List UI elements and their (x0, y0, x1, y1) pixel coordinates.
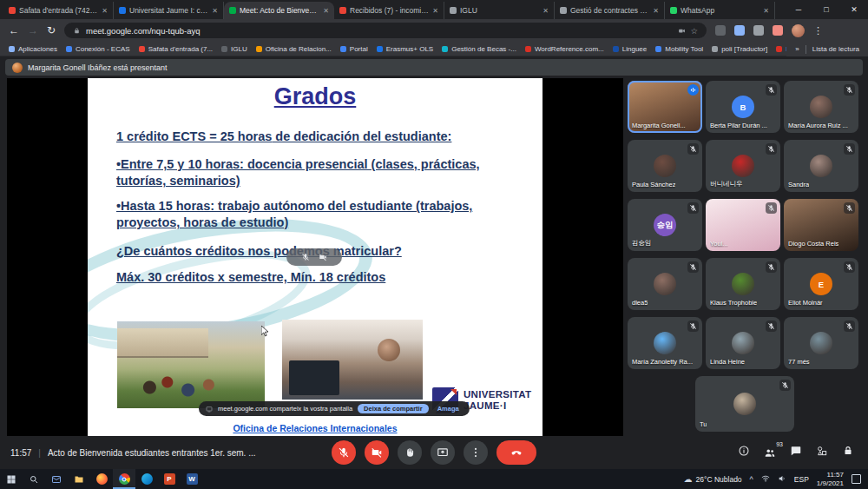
tab-close-icon[interactable]: ✕ (212, 7, 218, 15)
raise-hand-button[interactable] (398, 440, 422, 465)
participant-tile[interactable]: Diogo Costa Reis (784, 199, 858, 251)
participant-tile[interactable]: Paula Sánchez (628, 140, 702, 192)
extension-icon[interactable] (734, 25, 745, 36)
extension-icon[interactable] (773, 25, 783, 36)
participant-count-badge: 93 (776, 441, 783, 447)
taskbar-search-icon[interactable] (23, 469, 45, 489)
bookmark-item[interactable]: Portal (340, 45, 368, 53)
bookmark-item[interactable]: Erasmus+ OLS (377, 45, 433, 53)
address-bar[interactable]: meet.google.com/nqu-tqub-ayq ☆ (64, 23, 707, 38)
mail-app-icon[interactable] (45, 469, 68, 489)
start-button[interactable] (0, 469, 23, 489)
minimize-button[interactable]: ─ (785, 0, 812, 19)
file-explorer-icon[interactable] (68, 469, 90, 489)
participant-tile[interactable]: B Berta Pilar Durán ... (706, 81, 780, 133)
browser-tab[interactable]: Meet: Acto de Bienvenida e... ✕ (224, 2, 334, 19)
leave-call-button[interactable] (496, 440, 536, 465)
bookmark-item[interactable]: poli [Traductor] (712, 45, 767, 53)
browser-tab[interactable]: Safata d'entrada (742) - bosqu... ✕ (3, 2, 114, 19)
participant-tile[interactable]: Youl... (706, 199, 780, 251)
browser-tab[interactable]: Gestió de contractes d'estudi (e... ✕ (555, 2, 665, 19)
screen-share-bar: meet.google.com comparteix la vostra pan… (199, 401, 470, 416)
chat-panel-icon[interactable] (790, 445, 802, 460)
maximize-button[interactable]: □ (812, 0, 840, 19)
participant-tile[interactable]: E Eliot Molnár (784, 258, 858, 310)
bookmark-item[interactable]: Oficina de Relacion... (256, 45, 332, 53)
powerpoint-app-icon[interactable]: P (158, 469, 181, 489)
bookmark-item[interactable]: IGLU (221, 45, 247, 53)
participant-tile[interactable]: dlea5 (628, 258, 702, 310)
language-indicator[interactable]: ESP (794, 475, 809, 484)
bookmark-item[interactable]: Safata d'entrada (7... (139, 45, 213, 53)
tab-close-icon[interactable]: ✕ (432, 7, 438, 15)
participant-tile[interactable]: Klaus Trophobie (706, 258, 780, 310)
browser-tab[interactable]: WhatsApp ✕ (665, 2, 775, 19)
participant-tile[interactable]: María Aurora Ruiz ... (784, 81, 858, 133)
back-icon[interactable]: ← (9, 25, 19, 36)
tab-close-icon[interactable]: ✕ (763, 7, 769, 15)
bookmark-item[interactable]: Aplicaciones (9, 45, 57, 53)
activities-icon[interactable] (816, 445, 828, 460)
camera-toggle-button[interactable] (365, 440, 389, 465)
bookmark-item[interactable]: Mobility Tool (655, 45, 703, 53)
browser-tab[interactable]: IGLU ✕ (444, 2, 555, 19)
camera-permission-icon[interactable] (678, 27, 686, 35)
weather-widget[interactable]: ☁ 26°C Nublado (684, 474, 742, 484)
mic-muted-icon (766, 261, 777, 273)
participants-panel-icon[interactable]: 93 (764, 446, 776, 459)
mic-toggle-button[interactable] (332, 440, 356, 465)
volume-icon[interactable] (778, 474, 786, 485)
participant-avatar: 승임 (654, 214, 676, 236)
reading-list-button[interactable]: Lista de lectura (812, 45, 859, 53)
bookmark-item[interactable]: Gestión de Becas -... (442, 45, 516, 53)
participant-tile[interactable]: Sandra (784, 140, 858, 192)
forward-icon[interactable]: → (28, 25, 38, 36)
tab-close-icon[interactable]: ✕ (653, 7, 659, 15)
participant-tile[interactable]: Margarita Gonell... (628, 81, 702, 133)
browser-tab[interactable]: Universitat Jaume I: calendari... ✕ (114, 2, 224, 19)
stop-sharing-button[interactable]: Deixa de compartir (358, 404, 429, 413)
action-center-icon[interactable] (852, 474, 861, 484)
close-button[interactable]: ✕ (840, 0, 868, 19)
bookmark-star-icon[interactable]: ☆ (691, 26, 699, 36)
extension-icon[interactable] (715, 25, 726, 36)
browser-tab[interactable]: Recibidos (7) - incoming@uji... ✕ (334, 2, 444, 19)
profile-avatar[interactable] (792, 24, 805, 37)
tab-close-icon[interactable]: ✕ (102, 7, 108, 15)
meeting-details-icon[interactable] (738, 445, 750, 460)
reload-icon[interactable]: ↻ (47, 25, 56, 36)
participant-tile[interactable]: 승임 김승임 (628, 199, 702, 251)
slide-bullet-1: •Entre 7,5 y 10 horas: docencia presenci… (116, 156, 520, 189)
mic-muted-icon (766, 202, 777, 214)
chrome-app-icon[interactable] (113, 469, 135, 489)
mic-muted-icon (766, 143, 777, 155)
edge-app-icon[interactable] (135, 469, 158, 489)
tab-close-icon[interactable]: ✕ (323, 7, 329, 15)
tab-close-icon[interactable]: ✕ (542, 7, 549, 15)
wifi-icon[interactable] (761, 474, 770, 485)
participant-tile[interactable]: 버니네니우 (706, 140, 780, 192)
reading-list-area: » Lista de lectura (786, 42, 868, 56)
self-tile[interactable]: Tu (695, 376, 794, 432)
participant-tile[interactable]: Linda Heine (706, 317, 780, 369)
more-options-button[interactable] (464, 440, 488, 465)
word-app-icon[interactable]: W (181, 469, 203, 489)
taskbar-clock[interactable]: 11:57 1/9/2021 (817, 471, 844, 488)
bookmark-item[interactable]: Conexión - ECAS (66, 45, 130, 53)
tray-overflow-icon[interactable]: ^ (750, 475, 753, 484)
participant-avatar: E (810, 273, 832, 295)
firefox-app-icon[interactable] (90, 469, 113, 489)
bookmark-label: Safata d'entrada (7... (148, 45, 213, 53)
tab-list: Safata d'entrada (742) - bosqu... ✕ Univ… (3, 0, 775, 19)
participant-tile[interactable]: María Zanoletty Ra... (628, 317, 702, 369)
bookmarks-overflow-icon[interactable]: » (795, 45, 799, 53)
floating-av-controls[interactable] (286, 248, 342, 266)
present-screen-button[interactable] (431, 440, 455, 465)
participant-tile[interactable]: 77 més (784, 317, 858, 369)
extension-icon[interactable] (753, 25, 764, 36)
bookmark-item[interactable]: WordReference.com... (525, 45, 604, 53)
hide-share-bar-button[interactable]: Amaga (434, 404, 463, 413)
host-controls-icon[interactable] (842, 445, 854, 460)
browser-menu-icon[interactable]: ⋮ (813, 25, 823, 36)
bookmark-item[interactable]: Linguee (613, 45, 647, 53)
